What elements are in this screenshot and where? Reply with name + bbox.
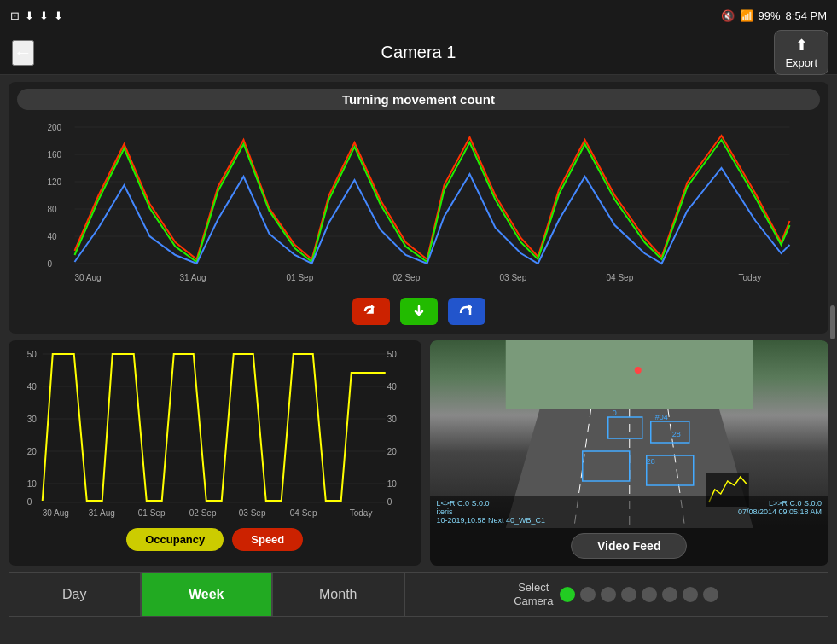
svg-text:30 Aug: 30 Aug	[43, 508, 69, 518]
occupancy-button[interactable]: Occupancy	[126, 528, 224, 551]
blue-line	[75, 168, 790, 264]
y-label-200: 200	[48, 123, 62, 132]
left-chart-container: 50 40 30 20 10 0 50 40 30 20 10 0	[9, 340, 421, 566]
export-label: Export	[785, 56, 817, 69]
y-label-0: 0	[48, 259, 53, 269]
bottom-left-chart-svg: 50 40 30 20 10 0 50 40 30 20 10 0	[15, 347, 415, 518]
camera-dot-5[interactable]	[642, 587, 657, 602]
yellow-line	[43, 354, 386, 501]
y-label-40: 40	[48, 232, 58, 241]
svg-text:20: 20	[27, 447, 38, 456]
status-right-icons: 🔇 📶 99% 8:54 PM	[721, 9, 827, 22]
week-button[interactable]: Week	[141, 572, 273, 617]
time-nav-buttons: Day Week Month	[9, 572, 404, 617]
occ-speed-buttons: Occupancy Speed	[15, 528, 415, 551]
x-label-30aug: 30 Aug	[75, 273, 102, 282]
mute-icon: 🔇	[721, 9, 735, 22]
top-chart-title: Turning movement count	[17, 89, 820, 110]
camera-selector: SelectCamera	[404, 572, 829, 617]
wifi-icon: 📶	[740, 9, 753, 22]
header: ← Camera 1 ⬆ Export	[0, 31, 837, 75]
camera-info: 10-2019,10:58 Next 40_WB_C1	[437, 516, 546, 525]
overlay-left: L<>R C:0 S:0.0	[437, 499, 490, 508]
iteris-label: iteris	[437, 508, 453, 516]
status-bar: ⊡ ⬇ ⬇ ⬇ 🔇 📶 99% 8:54 PM	[0, 0, 837, 31]
camera-dot-8[interactable]	[703, 587, 718, 602]
main-content: Turning movement count 200 160 120 80 40…	[0, 75, 837, 624]
y-label-160: 160	[48, 150, 62, 160]
day-button[interactable]: Day	[9, 572, 141, 617]
camera-dot-3[interactable]	[601, 587, 616, 602]
y-label-120: 120	[48, 177, 62, 187]
green-line	[75, 140, 790, 262]
page-title: Camera 1	[381, 43, 456, 62]
video-overlay: L<>R C:0 S:0.0 L>>R C:0 S:0.0 iteris 07/…	[430, 496, 829, 528]
time-label: 8:54 PM	[786, 9, 827, 22]
download-icon2: ⬇	[39, 9, 49, 22]
x-label-31aug: 31 Aug	[180, 273, 206, 282]
svg-text:0: 0	[612, 409, 616, 417]
download-icon: ⬇	[25, 9, 34, 22]
battery-label: 99%	[759, 9, 781, 22]
x-label-02sep: 02 Sep	[393, 273, 421, 282]
svg-rect-31	[505, 340, 753, 409]
svg-text:04 Sep: 04 Sep	[290, 508, 317, 518]
svg-text:40: 40	[387, 382, 398, 392]
scroll-indicator	[830, 305, 835, 339]
x-label-01sep: 01 Sep	[287, 273, 314, 282]
video-placeholder: 0 #04 28 28 L<>R C:0 S:0.0 L>>R C:0 S:0.…	[430, 340, 829, 528]
camera-dot-2[interactable]	[580, 587, 596, 602]
svg-text:10: 10	[387, 479, 398, 489]
back-button[interactable]: ←	[12, 40, 34, 66]
x-label-03sep: 03 Sep	[500, 273, 527, 282]
svg-text:10: 10	[27, 479, 38, 489]
svg-text:31 Aug: 31 Aug	[89, 508, 115, 518]
down-arrow-button[interactable]	[400, 298, 438, 325]
export-button[interactable]: ⬆ Export	[774, 30, 828, 75]
svg-text:20: 20	[387, 447, 398, 456]
screen-icon: ⊡	[10, 9, 20, 22]
svg-text:50: 50	[387, 350, 398, 359]
camera-dot-4[interactable]	[621, 587, 636, 602]
bottom-navigation: Day Week Month SelectCamera	[9, 572, 828, 617]
direction-buttons	[17, 298, 820, 325]
svg-text:Today: Today	[350, 508, 373, 518]
svg-text:01 Sep: 01 Sep	[138, 508, 166, 518]
month-button[interactable]: Month	[272, 572, 404, 617]
export-icon: ⬆	[795, 36, 808, 55]
x-label-04sep: 04 Sep	[607, 273, 634, 282]
svg-text:0: 0	[387, 497, 392, 507]
svg-text:#04: #04	[654, 413, 667, 421]
y-label-80: 80	[48, 205, 58, 214]
video-feed-button[interactable]: Video Feed	[571, 533, 687, 559]
download-icon3: ⬇	[54, 9, 63, 22]
camera-dot-6[interactable]	[662, 587, 677, 602]
camera-dots	[560, 587, 718, 602]
top-chart-svg: 200 160 120 80 40 0 30 Aug 31 Aug 01 Sep…	[17, 119, 820, 289]
bottom-row: 50 40 30 20 10 0 50 40 30 20 10 0	[9, 340, 828, 566]
svg-point-45	[634, 367, 641, 374]
camera-dot-1[interactable]	[560, 587, 575, 602]
svg-text:0: 0	[27, 497, 32, 507]
speed-button[interactable]: Speed	[232, 528, 303, 551]
svg-text:28: 28	[671, 430, 680, 438]
camera-dot-7[interactable]	[683, 587, 698, 602]
svg-text:30: 30	[387, 415, 398, 424]
right-turn-button[interactable]	[448, 298, 485, 325]
svg-text:28: 28	[646, 457, 654, 466]
svg-text:02 Sep: 02 Sep	[189, 508, 217, 518]
svg-text:50: 50	[27, 350, 38, 359]
video-feed-container: 0 #04 28 28 L<>R C:0 S:0.0 L>>R C:0 S:0.…	[430, 340, 829, 566]
status-left-icons: ⊡ ⬇ ⬇ ⬇	[10, 9, 63, 22]
timestamp-label: 07/08/2014 09:05:18 AM	[738, 508, 822, 516]
select-camera-label: SelectCamera	[514, 581, 553, 607]
top-chart-container: Turning movement count 200 160 120 80 40…	[9, 82, 828, 334]
x-label-today: Today	[739, 273, 762, 282]
svg-text:03 Sep: 03 Sep	[239, 508, 266, 518]
overlay-right: L>>R C:0 S:0.0	[769, 499, 822, 508]
left-turn-button[interactable]	[352, 298, 390, 325]
svg-text:40: 40	[27, 382, 38, 392]
svg-text:30: 30	[27, 415, 38, 424]
